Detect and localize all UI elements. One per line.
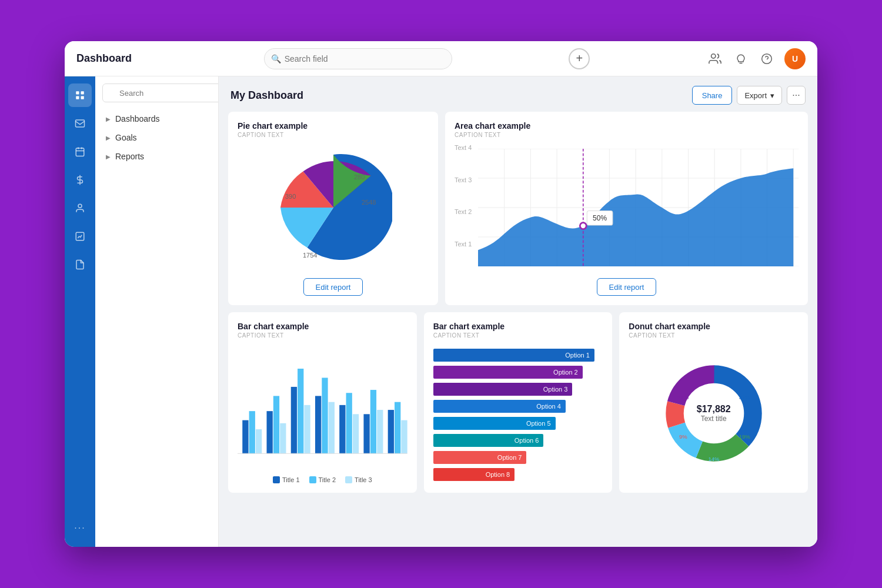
- bar1-chart-title: Bar chart example: [238, 322, 407, 331]
- svg-rect-6: [81, 96, 84, 99]
- bar1-legend: Title 1 Title 2 Title 3: [238, 476, 407, 483]
- hbar-option4: Option 4: [433, 400, 566, 413]
- left-search-wrapper: 🔍: [102, 83, 219, 102]
- donut-text: Text title: [697, 415, 731, 423]
- nav-label-reports: Reports: [115, 152, 144, 161]
- svg-text:1754: 1754: [303, 252, 317, 259]
- share-button[interactable]: Share: [692, 86, 733, 105]
- header-right: U: [707, 48, 806, 69]
- reports-chevron: ▶: [106, 153, 111, 160]
- area-chart-card: Area chart example CAPTION TEXT: [445, 112, 808, 305]
- svg-text:2548: 2548: [362, 199, 376, 206]
- area-chart-svg: 50% 1 2 3 4 5 6 7 8 9 1: [478, 149, 799, 266]
- svg-rect-63: [363, 414, 369, 453]
- pie-chart-caption: CAPTION TEXT: [238, 132, 429, 138]
- search-input[interactable]: [264, 48, 452, 69]
- area-chart-title: Area chart example: [455, 121, 799, 131]
- legend-item-title1: Title 1: [273, 476, 300, 483]
- bar1-svg: [238, 352, 407, 464]
- hbar-container: Option 1 Option 2: [433, 348, 603, 482]
- hbar-row-2: Option 2: [433, 365, 603, 379]
- legend-box-title1: [273, 476, 280, 483]
- svg-rect-54: [291, 387, 297, 453]
- export-button[interactable]: Export ▾: [737, 86, 782, 105]
- left-search-input[interactable]: [102, 83, 219, 102]
- help-icon[interactable]: [759, 51, 775, 67]
- nav-label-goals: Goals: [115, 133, 137, 142]
- legend-box-title3: [345, 476, 352, 483]
- avatar[interactable]: U: [784, 48, 806, 69]
- svg-rect-62: [353, 414, 359, 453]
- charts-container: Pie chart example CAPTION TEXT: [219, 112, 817, 547]
- lightbulb-icon[interactable]: [733, 51, 749, 67]
- svg-text:19%: 19%: [739, 433, 750, 440]
- content-area: My Dashboard Share Export ▾ ··· Pie char…: [219, 76, 817, 547]
- svg-rect-57: [315, 396, 321, 453]
- legend-box-title2: [309, 476, 316, 483]
- sidebar-item-more[interactable]: ···: [68, 516, 92, 540]
- pie-edit-report-button[interactable]: Edit report: [303, 278, 363, 296]
- donut-chart-title: Donut chart example: [629, 322, 799, 331]
- svg-rect-4: [81, 91, 84, 94]
- left-panel: 🔍 + ▶ Dashboards ▶ Goals ▶ Reports: [95, 76, 219, 547]
- donut-chart-caption: CAPTION TEXT: [629, 332, 799, 339]
- svg-point-0: [711, 54, 716, 58]
- hbar-option3: Option 3: [433, 383, 573, 396]
- svg-rect-48: [242, 420, 248, 454]
- main-layout: ··· 🔍 + ▶ Dashboards ▶ Goals ▶: [65, 76, 817, 547]
- hbar-row-1: Option 1: [433, 348, 603, 362]
- export-chevron-icon: ▾: [770, 91, 774, 100]
- svg-text:280: 280: [354, 173, 365, 181]
- svg-rect-68: [401, 420, 407, 454]
- svg-rect-64: [370, 390, 376, 453]
- pie-chart-svg: 2548 280 390 1754: [275, 149, 392, 266]
- nav-item-reports[interactable]: ▶ Reports: [102, 147, 211, 166]
- sidebar-item-grid[interactable]: [68, 83, 92, 107]
- legend-item-title2: Title 2: [309, 476, 336, 483]
- hbar-row-3: Option 3: [433, 382, 603, 396]
- hbar-option7: Option 7: [433, 451, 527, 464]
- svg-text:14%: 14%: [708, 456, 720, 462]
- sidebar-item-mail[interactable]: [68, 112, 92, 135]
- sidebar-item-file[interactable]: [68, 253, 92, 276]
- svg-rect-3: [76, 91, 79, 94]
- app-frame: Dashboard 🔍 +: [65, 41, 817, 547]
- page-title: Dashboard: [76, 52, 147, 65]
- goals-chevron: ▶: [106, 135, 111, 141]
- more-button[interactable]: ···: [787, 86, 806, 105]
- sidebar-item-calendar[interactable]: [68, 140, 92, 163]
- hbar-row-7: Option 7: [433, 450, 603, 465]
- people-icon[interactable]: [707, 51, 723, 67]
- svg-rect-10: [76, 232, 84, 240]
- svg-rect-5: [76, 96, 79, 99]
- svg-point-33: [580, 223, 586, 229]
- bar1-chart-card: Bar chart example CAPTION TEXT: [228, 312, 417, 493]
- area-chart-caption: CAPTION TEXT: [455, 132, 799, 138]
- area-y3: Text 3: [455, 176, 472, 183]
- svg-rect-56: [304, 405, 310, 453]
- pie-chart-card: Pie chart example CAPTION TEXT: [228, 112, 438, 305]
- bar2-chart-caption: CAPTION TEXT: [433, 332, 603, 339]
- nav-item-goals[interactable]: ▶ Goals: [102, 128, 211, 147]
- svg-point-1: [762, 54, 772, 64]
- nav-label-dashboards: Dashboards: [115, 114, 160, 123]
- top-header: Dashboard 🔍 +: [65, 41, 817, 76]
- svg-rect-52: [273, 396, 279, 453]
- hbar-row-5: Option 5: [433, 416, 603, 430]
- svg-text:50%: 50%: [593, 214, 607, 222]
- area-y2: Text 2: [455, 208, 472, 215]
- svg-rect-51: [266, 411, 272, 453]
- bar1-chart-body: [238, 343, 407, 473]
- add-button[interactable]: +: [569, 48, 590, 69]
- svg-rect-65: [377, 410, 383, 453]
- nav-item-dashboards[interactable]: ▶ Dashboards: [102, 109, 211, 128]
- area-edit-report-button[interactable]: Edit report: [597, 278, 657, 296]
- sidebar-item-dollar[interactable]: [68, 168, 92, 192]
- sidebar-item-person[interactable]: [68, 196, 92, 220]
- svg-rect-50: [256, 429, 262, 453]
- sidebar-item-chart[interactable]: [68, 225, 92, 248]
- hbar-row-8: Option 8: [433, 467, 603, 482]
- legend-item-title3: Title 3: [345, 476, 372, 483]
- svg-rect-7: [76, 120, 85, 127]
- area-y1: Text 1: [455, 240, 472, 248]
